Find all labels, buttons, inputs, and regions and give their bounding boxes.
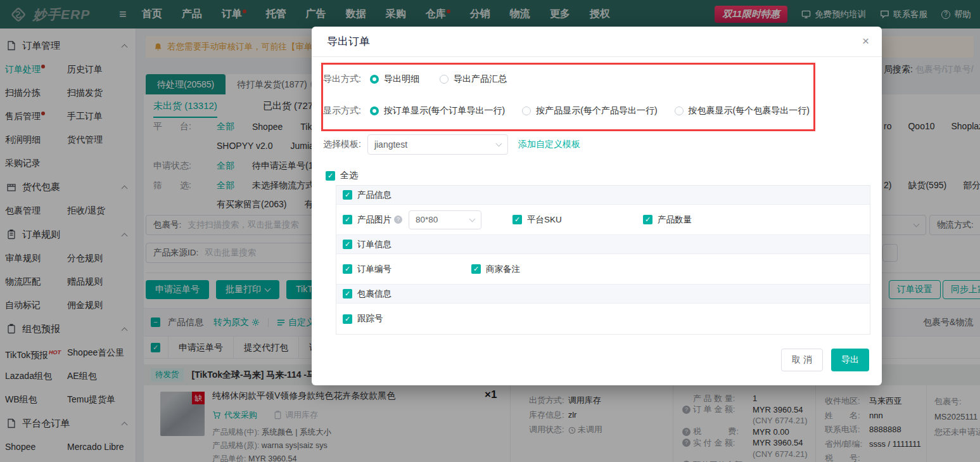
radio-export-product-summary[interactable]: 导出产品汇总 [440,74,507,85]
chevron-down-icon [495,141,502,147]
section-order-info: ✓ 订单信息 [336,235,870,254]
section-checkbox[interactable]: ✓ [343,289,352,298]
field-product-image: ✓ 产品图片 ? 80*80 [343,210,512,229]
field-merchant-note: ✓ 商家备注 [471,264,520,275]
check-icon: ✓ [343,264,352,274]
check-icon: ✓ [512,215,522,224]
cancel-button[interactable]: 取 消 [781,349,823,371]
package-info-fields: ✓ 跟踪号 [336,304,870,334]
section-checkbox[interactable]: ✓ [343,190,352,200]
field-checkbox[interactable]: ✓ [343,215,352,224]
modal-footer: 取 消 导出 [781,349,869,371]
modal-title: 导出订单 [327,34,370,49]
radio-display-by-order[interactable]: 按订单显示(每个订单导出一行) [370,105,505,117]
check-icon: ✓ [343,289,352,298]
modal-header: 导出订单 × [312,27,882,57]
check-icon: ✓ [343,215,352,224]
radio-selected-icon [370,75,379,84]
product-info-fields: ✓ 产品图片 ? 80*80 ✓ 平台SKU ✓ 产品数量 [336,205,870,235]
help-icon: ? [394,215,402,224]
export-button[interactable]: 导出 [831,349,869,371]
field-platform-sku: ✓ 平台SKU [512,214,643,226]
radio-selected-icon [370,106,379,115]
field-product-qty: ✓ 产品数量 [643,214,692,226]
select-all-row: ✓ 全选 [326,170,358,181]
field-checkbox[interactable]: ✓ [643,215,652,224]
field-tracking-no: ✓ 跟踪号 [343,313,383,324]
order-info-fields: ✓ 订单编号 ✓ 商家备注 [336,254,870,285]
close-icon[interactable]: × [862,34,869,48]
radio-export-details[interactable]: 导出明细 [370,74,419,85]
radio-icon [440,75,449,84]
section-product-info: ✓ 产品信息 [336,186,870,205]
radio-display-by-product[interactable]: 按产品显示(每个产品导出一行) [522,105,657,117]
section-package-info: ✓ 包裹信息 [336,285,870,304]
chevron-down-icon [469,215,476,222]
check-icon: ✓ [343,190,352,200]
add-custom-template-link[interactable]: 添加自定义模板 [518,139,580,150]
field-order-no: ✓ 订单编号 [343,264,471,275]
radio-icon [522,106,531,115]
image-size-select[interactable]: 80*80 [409,210,481,229]
export-orders-modal: 导出订单 × 导出方式: 导出明细 导出产品汇总 显示方式: 按订单显示(每个订… [312,27,882,385]
field-checkbox[interactable]: ✓ [343,264,352,274]
field-checkbox[interactable]: ✓ [343,314,352,324]
check-icon: ✓ [343,240,352,249]
check-icon: ✓ [643,215,652,224]
check-icon: ✓ [471,264,481,274]
template-select[interactable]: jiangtest [367,134,508,155]
radio-icon [675,106,684,115]
check-icon: ✓ [343,314,352,324]
field-groups: ✓ 产品信息 ✓ 产品图片 ? 80*80 ✓ 平台SKU ✓ 产品数量 [336,185,870,335]
export-method-row: 导出方式: 导出明细 导出产品汇总 [323,74,527,85]
field-checkbox[interactable]: ✓ [512,215,522,224]
radio-display-by-package[interactable]: 按包裹显示(每个包裹导出一行) [675,105,810,117]
section-checkbox[interactable]: ✓ [343,240,352,249]
display-method-row: 显示方式: 按订单显示(每个订单导出一行) 按产品显示(每个产品导出一行) 按包… [323,105,810,117]
field-checkbox[interactable]: ✓ [471,264,481,274]
select-all-checkbox[interactable]: ✓ [326,171,335,181]
template-row: 选择模板: jiangtest 添加自定义模板 [323,134,580,155]
check-icon: ✓ [326,171,335,181]
